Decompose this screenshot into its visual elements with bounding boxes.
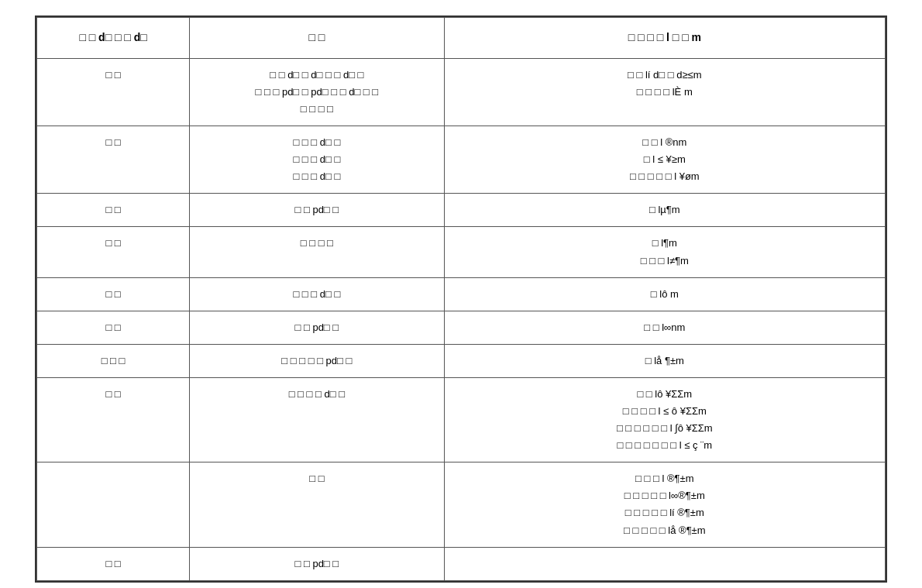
cell-col3: □ □ l ®nm□ l ≤ ¥≥m□ □ □ □ □ l ¥øm	[444, 126, 885, 194]
cell-text-line: □ □ pd□ □	[202, 201, 432, 218]
table-row: □ □□ □ pd□ □	[37, 547, 886, 580]
cell-col1: □ □	[37, 547, 190, 580]
cell-col2: □ □ □ □	[190, 227, 445, 277]
main-table: □ □ d□ □ □ d□ □ □ □ □ □ □ l □ □ m □ □□ □…	[36, 17, 886, 581]
table-row: □ □ □□ □ □ □ □ pd□ □□ lå ¶±m	[37, 344, 886, 377]
table-row: □ □□ □ □ l ®¶±m□ □ □ □ □ l∞®¶±m□ □ □ □ □…	[37, 462, 886, 547]
cell-col2: □ □ □ □ □ pd□ □	[190, 344, 445, 377]
cell-text-line: □ □ □ □ □ lå ®¶±m	[457, 522, 872, 539]
cell-text-line: □ □ □ □ d□ □	[202, 386, 432, 403]
header-col1: □ □ d□ □ □ d□	[37, 18, 190, 59]
cell-col1: □ □	[37, 194, 190, 227]
cell-text-line: □ lµ¶m	[457, 201, 872, 218]
cell-col1: □ □	[37, 277, 190, 311]
cell-text-line: □ □ □ □ □ □ □ l ≤ ç ¨m	[457, 437, 872, 454]
cell-text-line: □ lô m	[457, 286, 872, 303]
cell-text-line: □ □ □ □ □ □ l ∫ô ¥ΣΣm	[457, 420, 872, 437]
cell-text-line: □ □ □ l ®¶±m	[457, 470, 872, 487]
cell-text-line: □ □ l∞nm	[457, 319, 872, 336]
table-body: □ □□ □ d□ □ d□ □ □ d□ □□ □ □ pd□ □ pd□ □…	[37, 58, 886, 580]
cell-col1: □ □	[37, 227, 190, 277]
cell-text-line: □ □ □ □	[202, 235, 432, 252]
cell-col1: □ □	[37, 377, 190, 462]
cell-col1: □ □	[37, 311, 190, 344]
cell-text-line: □ □ □ l≠¶m	[457, 253, 872, 270]
cell-col3: □ □ □ l ®¶±m□ □ □ □ □ l∞®¶±m□ □ □ □ □ lí…	[444, 462, 885, 547]
cell-text-line: □ lå ¶±m	[457, 352, 872, 370]
table-row: □ □□ □ □ d□ □□ □ □ d□ □□ □ □ d□ □□ □ l ®…	[37, 126, 886, 194]
cell-text-line: □ □ □ □ lÈ m	[457, 84, 872, 101]
cell-col3: □ lô m	[444, 277, 885, 311]
cell-col3: □ □ l∞nm	[444, 311, 885, 344]
cell-col2: □ □ pd□ □	[190, 547, 445, 580]
cell-col2: □ □ □ d□ □	[190, 277, 445, 311]
cell-text-line: □ □ □ □ □ pd□ □	[202, 352, 432, 370]
table-row: □ □□ □ d□ □ d□ □ □ d□ □□ □ □ pd□ □ pd□ □…	[37, 58, 886, 126]
cell-text-line: □ □ □ □	[202, 101, 432, 118]
cell-col3: □ lµ¶m	[444, 194, 885, 227]
cell-col3: □ lå ¶±m	[444, 344, 885, 377]
cell-text-line: □ □ pd□ □	[202, 555, 432, 573]
cell-col3: □ l¶m□ □ □ l≠¶m	[444, 227, 885, 277]
cell-text-line: □ l ≤ ¥≥m	[457, 151, 872, 168]
cell-text-line: □ □ l ®nm	[457, 134, 872, 151]
cell-text-line: □ □ □ □ □ lí ®¶±m	[457, 504, 872, 521]
header-row: □ □ d□ □ □ d□ □ □ □ □ □ □ l □ □ m	[37, 18, 886, 59]
cell-col2: □ □ pd□ □	[190, 194, 445, 227]
cell-text-line: □ □ □ pd□ □ pd□ □ □ d□ □ □	[202, 84, 432, 101]
cell-col3	[444, 547, 885, 580]
cell-text-line: □ □ lí d□ □ d≥≤m	[457, 67, 872, 84]
cell-col1: □ □	[37, 126, 190, 194]
header-col3: □ □ □ □ l □ □ m	[444, 18, 885, 59]
cell-text-line: □ □ □ □ l ≤ ô ¥ΣΣm	[457, 403, 872, 420]
cell-text-line: □ □ □ □ □ l∞®¶±m	[457, 487, 872, 504]
main-table-wrapper: □ □ d□ □ □ d□ □ □ □ □ □ □ l □ □ m □ □□ □…	[35, 15, 887, 583]
cell-text-line: □ □ □ □ □ l ¥øm	[457, 168, 872, 185]
header-col2: □ □	[190, 18, 445, 59]
cell-text-line: □ l¶m	[457, 235, 872, 252]
cell-col2: □ □ □ d□ □□ □ □ d□ □□ □ □ d□ □	[190, 126, 445, 194]
cell-col1	[37, 462, 190, 547]
cell-col2: □ □	[190, 462, 445, 547]
cell-text-line: □ □ pd□ □	[202, 319, 432, 336]
table-row: □ □□ □ □ □ d□ □□ □ lô ¥ΣΣm□ □ □ □ l ≤ ô …	[37, 377, 886, 462]
cell-col3: □ □ lí d□ □ d≥≤m□ □ □ □ lÈ m	[444, 58, 885, 126]
cell-text-line: □ □ □ d□ □	[202, 151, 432, 168]
cell-text-line: □ □ □ d□ □	[202, 168, 432, 185]
cell-text-line: □ □	[202, 470, 432, 487]
cell-text-line: □ □ □ d□ □	[202, 286, 432, 303]
cell-col1: □ □	[37, 58, 190, 126]
table-row: □ □□ □ pd□ □□ □ l∞nm	[37, 311, 886, 344]
table-row: □ □□ □ □ □□ l¶m□ □ □ l≠¶m	[37, 227, 886, 277]
cell-col1: □ □ □	[37, 344, 190, 377]
cell-text-line: □ □ d□ □ d□ □ □ d□ □	[202, 67, 432, 84]
table-row: □ □□ □ □ d□ □□ lô m	[37, 277, 886, 311]
cell-text-line: □ □ □ d□ □	[202, 134, 432, 151]
cell-col3: □ □ lô ¥ΣΣm□ □ □ □ l ≤ ô ¥ΣΣm□ □ □ □ □ □…	[444, 377, 885, 462]
cell-col2: □ □ d□ □ d□ □ □ d□ □□ □ □ pd□ □ pd□ □ □ …	[190, 58, 445, 126]
cell-text-line: □ □ lô ¥ΣΣm	[457, 386, 872, 403]
cell-col2: □ □ □ □ d□ □	[190, 377, 445, 462]
cell-col2: □ □ pd□ □	[190, 311, 445, 344]
table-row: □ □□ □ pd□ □□ lµ¶m	[37, 194, 886, 227]
